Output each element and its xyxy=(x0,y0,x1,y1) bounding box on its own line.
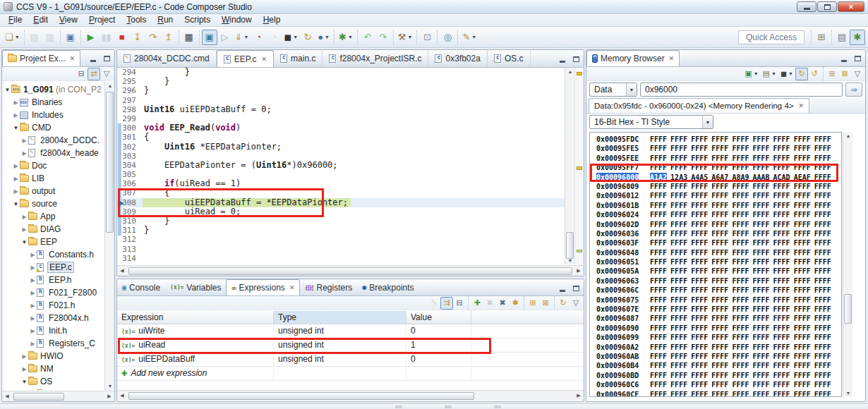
memory-word[interactable]: FFFF xyxy=(670,191,687,200)
tree-item-cmd[interactable]: ▼CMD xyxy=(2,121,104,134)
memory-word[interactable]: FFFF xyxy=(732,276,749,286)
minimize-view-button[interactable] xyxy=(557,283,568,293)
new-target-configuration-icon[interactable]: ▣ xyxy=(63,30,78,45)
memory-word[interactable]: FFFF xyxy=(650,210,667,219)
memory-word[interactable]: FFFF xyxy=(794,182,811,191)
tab-console[interactable]: ▣Console xyxy=(117,279,165,295)
profile-setup-icon[interactable]: ◔ xyxy=(266,30,282,45)
restore-button[interactable] xyxy=(817,1,837,12)
memory-word[interactable]: FFFF xyxy=(752,305,769,314)
memory-word[interactable]: FFFF xyxy=(650,163,667,172)
overview-ruler[interactable] xyxy=(574,68,584,264)
memory-word[interactable]: FFFF xyxy=(814,352,831,361)
scroll-left-icon[interactable]: ◀ xyxy=(117,268,127,274)
memory-word[interactable]: FFFF xyxy=(773,248,790,257)
menu-scripts[interactable]: Scripts xyxy=(179,14,216,27)
show-type-names-icon[interactable]: ✎ xyxy=(428,297,440,310)
memory-word[interactable]: FFFF xyxy=(670,352,687,361)
memory-word[interactable]: FFFF xyxy=(711,390,728,397)
step-over-icon[interactable]: ↷ xyxy=(145,30,161,45)
memory-word[interactable]: 12A3 xyxy=(670,173,687,182)
memory-word[interactable]: FFFF xyxy=(711,248,728,257)
memory-address[interactable]: 0x000960A2 xyxy=(596,343,639,352)
close-view-icon[interactable]: ✕ xyxy=(68,55,76,62)
memory-word[interactable]: FFFF xyxy=(711,220,728,229)
memory-word[interactable]: FFFF xyxy=(794,343,811,352)
memory-word[interactable]: FFFF xyxy=(814,276,831,286)
ccs-debug-perspective-icon[interactable]: ✱ xyxy=(850,30,865,45)
expression-cell[interactable]: (x)=uiRead xyxy=(117,338,274,353)
memory-word[interactable]: FFFF xyxy=(773,361,790,370)
memory-word[interactable]: FFFF xyxy=(691,154,708,163)
memory-word[interactable]: FFFF xyxy=(752,210,769,219)
chevron-down-icon[interactable]: ▼ xyxy=(626,83,637,96)
memory-word[interactable]: FFFF xyxy=(732,238,749,248)
memory-word[interactable]: FFFF xyxy=(794,371,811,380)
chevron-down-icon[interactable]: ▼ xyxy=(325,35,330,39)
tab-main-c[interactable]: main.c xyxy=(274,50,323,67)
memory-word[interactable]: FFFF xyxy=(773,286,790,295)
memory-address[interactable]: 0x00096036 xyxy=(596,229,639,238)
memory-word[interactable]: FFFF xyxy=(794,144,811,153)
memory-row-0x00096051[interactable]: 0x00096051FFFFFFFFFFFFFFFFFFFFFFFFFFFFFF… xyxy=(596,257,841,267)
restore-debug-state-icon[interactable]: ↻ xyxy=(300,30,315,45)
memory-word[interactable]: FFFF xyxy=(650,352,667,361)
memory-word[interactable]: FFFF xyxy=(650,361,667,370)
view-registers-icon[interactable]: ▦ xyxy=(181,30,197,45)
memory-word[interactable]: FFFF xyxy=(752,333,769,342)
memory-word[interactable]: FFFF xyxy=(732,191,749,200)
expression-cell[interactable]: (x)=uiEEPDataBuff xyxy=(117,353,274,367)
memory-word[interactable]: FFFF xyxy=(773,295,790,305)
memory-word[interactable]: FFFF xyxy=(814,182,831,191)
memory-word[interactable]: FFFF xyxy=(773,343,790,352)
memory-word[interactable]: FFFF xyxy=(773,267,790,276)
project-tree-hscrollbar[interactable]: ◀ ▶ xyxy=(2,391,114,401)
tree-item-eep-h[interactable]: ▶EEP.h xyxy=(2,274,104,286)
load-memory-icon[interactable]: ◼▼ xyxy=(778,68,795,80)
memory-word[interactable]: AAAB xyxy=(752,173,769,182)
memory-row-0x000960b4[interactable]: 0x000960B4FFFFFFFFFFFFFFFFFFFFFFFFFFFFFF… xyxy=(596,361,841,370)
memory-address[interactable]: 0x0009605A xyxy=(596,267,639,276)
menu-tools[interactable]: Tools xyxy=(121,14,152,27)
memory-word[interactable]: FFFF xyxy=(711,352,728,361)
memory-word[interactable]: FFFF xyxy=(814,238,831,248)
memory-word[interactable]: FFFF xyxy=(650,324,667,333)
tree-item-hwio[interactable]: ▶HWIO xyxy=(2,350,104,362)
collapse-arrow-icon[interactable]: ▼ xyxy=(4,87,11,93)
remove-all-expressions-icon[interactable]: ✖ xyxy=(496,297,509,310)
memory-address[interactable]: 0x00096075 xyxy=(596,295,639,305)
memory-address[interactable]: 0x00095FE5 xyxy=(596,144,639,153)
memory-word[interactable]: FFFF xyxy=(814,201,831,210)
memory-word[interactable]: FFFF xyxy=(711,371,728,380)
memory-word[interactable]: AEAF xyxy=(794,173,811,182)
value-cell[interactable]: 1 xyxy=(406,338,471,353)
memory-word[interactable]: FFFF xyxy=(794,229,811,238)
new-memory-view-icon[interactable]: ⊞ xyxy=(826,68,838,80)
console-view-icon[interactable]: ⊡ xyxy=(419,30,435,45)
close-button[interactable]: ✕ xyxy=(838,1,864,12)
memory-word[interactable]: FFFF xyxy=(711,333,728,342)
memory-word[interactable]: FFFF xyxy=(650,191,667,200)
close-rendering-icon[interactable]: ✕ xyxy=(797,102,804,109)
memory-word[interactable]: FFFF xyxy=(691,201,708,210)
memory-word[interactable]: FFFF xyxy=(773,380,790,389)
memory-word[interactable]: FFFF xyxy=(752,324,769,333)
memory-word[interactable]: FFFF xyxy=(794,191,811,200)
memory-word[interactable]: FFFF xyxy=(691,314,708,323)
menu-file[interactable]: File xyxy=(3,14,28,27)
menu-help[interactable]: Help xyxy=(258,14,287,27)
tree-item-os[interactable]: ▼OS xyxy=(2,375,104,388)
collapse-arrow-icon[interactable]: ▼ xyxy=(12,125,20,131)
collapse-arrow-icon[interactable]: ▼ xyxy=(12,201,20,207)
memory-space-select[interactable]: Data ▼ xyxy=(589,83,637,97)
memory-word[interactable]: FFFF xyxy=(711,182,728,191)
memory-word[interactable]: FFFF xyxy=(650,295,667,305)
memory-word[interactable]: FFFF xyxy=(814,144,831,153)
maximize-editor-button[interactable] xyxy=(570,54,581,64)
memory-word[interactable]: FFFF xyxy=(814,229,831,238)
memory-word[interactable]: FFFF xyxy=(670,390,687,397)
warning-marker[interactable] xyxy=(577,72,582,75)
minimize-editor-button[interactable] xyxy=(557,54,568,64)
memory-word[interactable]: FFFF xyxy=(711,163,728,172)
memory-row-0x000960bd[interactable]: 0x000960BDFFFFFFFFFFFFFFFFFFFFFFFFFFFFFF… xyxy=(596,371,841,380)
